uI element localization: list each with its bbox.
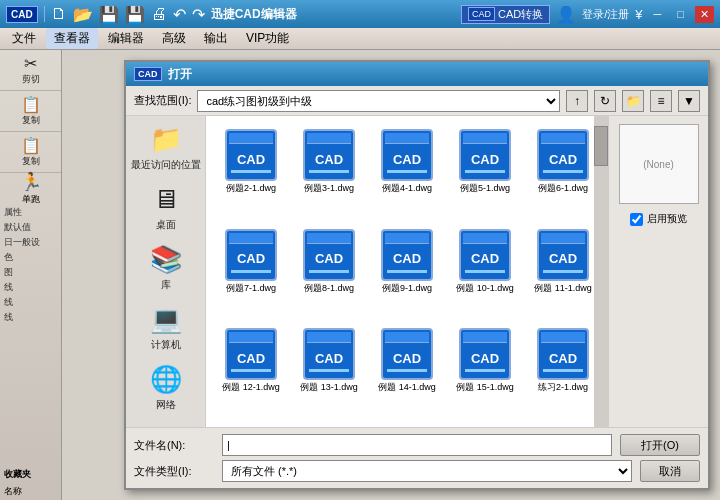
menu-output[interactable]: 输出 <box>196 28 236 49</box>
login-label[interactable]: 登录/注册 <box>582 7 629 22</box>
map-label: 图 <box>4 265 57 280</box>
file-name-label: 例题8-1.dwg <box>304 283 354 294</box>
cad-icon-text: CAD <box>549 152 577 167</box>
go-up-btn[interactable]: ↑ <box>566 90 588 112</box>
new-icon[interactable]: 🗋 <box>51 5 67 23</box>
nav-computer[interactable]: 💻 计算机 <box>150 304 182 352</box>
preview-checkbox[interactable] <box>630 213 643 226</box>
preview-checkbox-container[interactable]: 启用预览 <box>630 212 687 226</box>
cut-label: 剪切 <box>22 73 40 86</box>
computer-icon: 💻 <box>150 304 182 335</box>
file-item[interactable]: CAD例题9-1.dwg <box>370 224 444 320</box>
path-label: 查找范围(I): <box>134 93 191 108</box>
copy-icon: 📋 <box>21 95 41 114</box>
file-name-label: 例题 14-1.dwg <box>378 382 436 393</box>
cad-file-icon: CAD <box>225 129 277 181</box>
refresh-btn[interactable]: ↻ <box>594 90 616 112</box>
props-label: 属性 <box>4 205 57 220</box>
cad-icon-bar <box>231 170 271 173</box>
view-dropdown-btn[interactable]: ▼ <box>678 90 700 112</box>
close-btn[interactable]: ✕ <box>695 6 714 23</box>
preview-checkbox-label: 启用预览 <box>647 212 687 226</box>
menu-file[interactable]: 文件 <box>4 28 44 49</box>
cad-file-icon: CAD <box>537 328 589 380</box>
cad-icon-text: CAD <box>315 251 343 266</box>
file-item[interactable]: CAD例题8-1.dwg <box>292 224 366 320</box>
file-item[interactable]: CAD例题 13-1.dwg <box>292 323 366 419</box>
preview-box: (None) <box>619 124 699 204</box>
file-item[interactable]: CAD例题 10-1.dwg <box>448 224 522 320</box>
menu-vip[interactable]: VIP功能 <box>238 28 297 49</box>
sidebar-copy[interactable]: 📋 复制 <box>0 91 61 132</box>
nav-desktop[interactable]: 🖥 桌面 <box>153 184 179 232</box>
preview-none-label: (None) <box>643 159 674 170</box>
cad-file-icon: CAD <box>381 328 433 380</box>
nav-library-label: 库 <box>161 278 171 292</box>
file-item[interactable]: CAD例题7-1.dwg <box>214 224 288 320</box>
path-bar: 查找范围(I): cad练习图初级到中级 ↑ ↻ 📁 ≡ ▼ <box>126 86 708 116</box>
filetype-select[interactable]: 所有文件 (*.*) <box>222 460 632 482</box>
cad-file-icon: CAD <box>537 129 589 181</box>
menu-editor[interactable]: 编辑器 <box>100 28 152 49</box>
cancel-button[interactable]: 取消 <box>640 460 700 482</box>
titlebar: CAD 🗋 📂 💾 💾 🖨 ↶ ↷ 迅捷CAD编辑器 CAD CAD转换 👤 登… <box>0 0 720 28</box>
file-item[interactable]: CAD例题5-1.dwg <box>448 124 522 220</box>
file-item[interactable]: CAD例题 11-1.dwg <box>526 224 600 320</box>
currency-icon: ¥ <box>635 7 642 22</box>
file-item[interactable]: CAD例题2-1.dwg <box>214 124 288 220</box>
open-button[interactable]: 打开(O) <box>620 434 700 456</box>
user-icon: 👤 <box>556 5 576 24</box>
line1-label: 线 <box>4 280 57 295</box>
nav-recent[interactable]: 📁 最近访问的位置 <box>131 124 201 172</box>
sidebar-paste[interactable]: 📋 复制 <box>0 132 61 173</box>
print-icon[interactable]: 🖨 <box>151 5 167 23</box>
cad-icon-bar <box>309 170 349 173</box>
file-item[interactable]: CAD例题 15-1.dwg <box>448 323 522 419</box>
redo-icon[interactable]: ↷ <box>192 5 205 24</box>
filename-input[interactable] <box>222 434 612 456</box>
minimize-btn[interactable]: ─ <box>649 6 667 22</box>
file-item[interactable]: CAD例题 12-1.dwg <box>214 323 288 419</box>
file-item[interactable]: CAD例题6-1.dwg <box>526 124 600 220</box>
cad-icon-bar <box>387 170 427 173</box>
menu-advanced[interactable]: 高级 <box>154 28 194 49</box>
file-name-label: 例题6-1.dwg <box>538 183 588 194</box>
cad-file-icon: CAD <box>225 328 277 380</box>
file-item[interactable]: CAD例题 14-1.dwg <box>370 323 444 419</box>
open-folder-icon[interactable]: 📂 <box>73 5 93 24</box>
cad-icon-bar <box>309 270 349 273</box>
scrollbar-thumb[interactable] <box>594 126 608 166</box>
sidebar-run[interactable]: 🏃 单跑 <box>0 173 61 203</box>
left-nav: 📁 最近访问的位置 🖥 桌面 📚 库 💻 计算机 <box>126 116 206 427</box>
cad-convert-btn[interactable]: CAD CAD转换 <box>461 5 550 24</box>
maximize-btn[interactable]: □ <box>672 6 689 22</box>
line2-label: 线 <box>4 295 57 310</box>
cad-convert-logo: CAD <box>468 7 495 21</box>
scrollbar-vertical[interactable] <box>594 116 608 427</box>
cad-convert-label: CAD转换 <box>498 7 543 22</box>
cad-file-icon: CAD <box>303 229 355 281</box>
path-select[interactable]: cad练习图初级到中级 <box>197 90 560 112</box>
file-item[interactable]: CAD练习2-1.dwg <box>526 323 600 419</box>
file-item[interactable]: CAD例题4-1.dwg <box>370 124 444 220</box>
cad-icon-text: CAD <box>237 251 265 266</box>
paste-icon: 📋 <box>21 136 41 155</box>
dialog-title: 打开 <box>168 66 192 83</box>
menu-viewer[interactable]: 查看器 <box>46 28 98 49</box>
file-name-label: 例题 15-1.dwg <box>456 382 514 393</box>
undo-icon[interactable]: ↶ <box>173 5 186 24</box>
cad-icon-text: CAD <box>549 351 577 366</box>
new-folder-btn[interactable]: 📁 <box>622 90 644 112</box>
cad-file-icon: CAD <box>225 229 277 281</box>
save-as-icon[interactable]: 💾 <box>125 5 145 24</box>
nav-library[interactable]: 📚 库 <box>150 244 182 292</box>
file-name-label: 练习2-1.dwg <box>538 382 588 393</box>
outer-sidebar: ✂ 剪切 📋 复制 📋 复制 🏃 单跑 属性 默认值 日一般设 色 图 线 线 … <box>0 50 62 500</box>
nav-network[interactable]: 🌐 网络 <box>150 364 182 412</box>
file-item[interactable]: CAD例题3-1.dwg <box>292 124 366 220</box>
dialog-logo: CAD <box>134 67 162 81</box>
view-toggle-btn[interactable]: ≡ <box>650 90 672 112</box>
cad-file-icon: CAD <box>459 129 511 181</box>
sidebar-cut[interactable]: ✂ 剪切 <box>0 50 61 91</box>
save-icon[interactable]: 💾 <box>99 5 119 24</box>
